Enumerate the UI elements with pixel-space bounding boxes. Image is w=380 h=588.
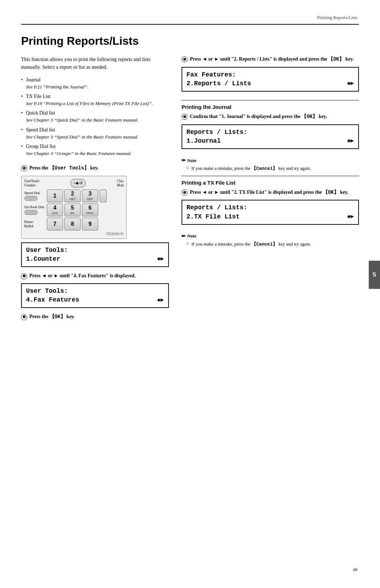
note-heading-journal: ✏ Note xyxy=(182,157,359,163)
feature-list: Journal See P.21 “Printing the Journal”.… xyxy=(21,76,169,157)
lcd1-arrow: ◆▶ xyxy=(157,255,164,263)
page-title: Printing Reports/Lists xyxy=(21,35,359,48)
keypad-top-right-label: Clea Mod xyxy=(117,179,124,187)
journal-step1: ❶ Confirm that "1. Journal" is displayed… xyxy=(182,113,359,121)
lcd2-arrow: ◆▶ xyxy=(157,296,164,304)
lcd-fax-line2: 2.Reports / Lists ◆▶ xyxy=(186,79,354,88)
lcd-display-1: User Tools: 1.Counter ◆▶ xyxy=(21,242,169,267)
lcd-display-2: User Tools: 4.Fax Features ◆▶ xyxy=(21,283,169,308)
keypad-row3: Pause/ Redial 7 8 9 xyxy=(24,218,124,230)
keypad-row2: On Hook Dial 4GHI 5JKL 6MNO xyxy=(24,204,124,216)
lcd-fax-arrow: ◆▶ xyxy=(347,80,354,87)
lcd1-line2: 1.Counter ◆▶ xyxy=(26,255,164,264)
top-rule xyxy=(21,24,359,25)
key-2: 2ABC xyxy=(64,190,81,202)
step4-circled-num: ❹ xyxy=(182,56,188,62)
two-column-layout: This function allows you to print the fo… xyxy=(21,55,359,324)
txfile-step1: ❶ Press ◄ or ► until "2. TX File List" i… xyxy=(182,188,359,197)
lcd-journal-arrow: ◆▶ xyxy=(347,137,354,145)
lcd-txfile: Reports / Lists: 2.TX File List ◆▶ xyxy=(182,200,359,224)
key-1: 1 xyxy=(47,190,63,202)
journal-step1-num: ❶ xyxy=(182,114,188,120)
speed-dial-label: Speed Dial xyxy=(24,191,45,201)
left-column: This function allows you to print the fo… xyxy=(21,55,169,324)
page-content: Printing Reports/Lists This function all… xyxy=(21,32,359,324)
lcd2-line2: 4.Fax Features ◆▶ xyxy=(26,296,164,304)
note-box-txfile: ✏ Note If you make a mistake, press the … xyxy=(182,233,359,248)
lcd1-line1: User Tools: xyxy=(26,246,164,255)
keypad-row1: Speed Dial 1 2ABC 3DEF xyxy=(24,190,124,202)
divider-2 xyxy=(182,176,359,176)
pause-label: Pause/ Redial xyxy=(24,220,45,228)
key-3: 3DEF xyxy=(82,190,98,202)
pencil-icon-2: ✏ xyxy=(182,233,186,239)
step3-circled-num: ❸ xyxy=(21,314,27,320)
list-item: TX File List See P.19 “Printing a List o… xyxy=(21,93,169,107)
lcd-txfile-arrow: ◆▶ xyxy=(347,213,354,221)
keypad-rows: Speed Dial 1 2ABC 3DEF On Hook Dial xyxy=(24,190,124,230)
txfile-section-title: Printing a TX File List xyxy=(182,180,359,186)
lcd2-line1: User Tools: xyxy=(26,287,164,296)
section-tab: 5 xyxy=(369,261,380,289)
step1-heading: ❶ Press the 【User Tools】 key. xyxy=(21,164,169,172)
step4-heading: ❹ Press ◄ or ► until "2. Reports / Lists… xyxy=(182,55,359,63)
note-box-journal: ✏ Note If you make a mistake, press the … xyxy=(182,157,359,172)
header-section-label: Printing Reports/Lists xyxy=(317,15,357,20)
intro-text: This function allows you to print the fo… xyxy=(21,55,169,71)
lcd-fax-line1: Fax Features: xyxy=(186,70,354,79)
txfile-step1-num: ❶ xyxy=(182,190,188,196)
step2-heading: ❷ Press ◄ or ► until "4. Fax Features" i… xyxy=(21,272,169,280)
list-item: Group Dial list See Chapter 3 “Groups” i… xyxy=(21,143,169,157)
note-text-txfile: If you make a mistake, press the 【Cancel… xyxy=(182,241,359,248)
lcd-journal-line1: Reports / Lists: xyxy=(186,128,354,137)
key-4: 4GHI xyxy=(47,204,63,216)
list-item: Speed Dial list See Chapter 3 “Speed Dia… xyxy=(21,126,169,141)
key-9: 9 xyxy=(82,218,98,230)
keypad-center-icon: ○◆/② xyxy=(70,179,86,187)
lcd-txfile-line1: Reports / Lists: xyxy=(186,203,354,212)
step3-heading: ❸ Press the 【OK】 key. xyxy=(21,313,169,321)
zeq-label: ZEQS06GN xyxy=(24,232,124,236)
journal-section-title: Printing the Journal xyxy=(182,104,359,110)
list-item: Journal See P.21 “Printing the Journal”. xyxy=(21,76,169,91)
step1-circled-num: ❶ xyxy=(21,165,27,171)
note-item: If you make a mistake, press the 【Cancel… xyxy=(187,241,359,248)
page-number: 49 xyxy=(353,567,357,572)
step2-circled-num: ❷ xyxy=(21,273,27,279)
divider-1 xyxy=(182,100,359,100)
note-heading-txfile: ✏ Note xyxy=(182,233,359,239)
lcd-journal: Reports / Lists: 1.Journal ◆▶ xyxy=(182,124,359,149)
note-text-journal: If you make a mistake, press the 【Cancel… xyxy=(182,165,359,172)
keypad-image: UserTools/ Counter ○◆/② Clea Mod xyxy=(21,176,127,239)
lcd-fax-features: Fax Features: 2.Reports / Lists ◆▶ xyxy=(182,67,359,92)
lcd-txfile-line2: 2.TX File List ◆▶ xyxy=(186,212,354,221)
note-item: If you make a mistake, press the 【Cancel… xyxy=(187,165,359,172)
lcd-journal-line2: 1.Journal ◆▶ xyxy=(186,137,354,146)
key-7: 7 xyxy=(47,218,63,230)
key-8: 8 xyxy=(64,218,81,230)
keypad-usertool-label: UserTools/ Counter xyxy=(24,179,40,187)
list-item: Quick Dial list See Chapter 3 “Quick Dia… xyxy=(21,109,169,124)
key-6: 6MNO xyxy=(82,204,98,216)
onhook-label: On Hook Dial xyxy=(24,205,45,215)
right-column: ❹ Press ◄ or ► until "2. Reports / Lists… xyxy=(182,55,359,324)
pencil-icon: ✏ xyxy=(182,157,186,163)
key-5: 5JKL xyxy=(64,204,81,216)
